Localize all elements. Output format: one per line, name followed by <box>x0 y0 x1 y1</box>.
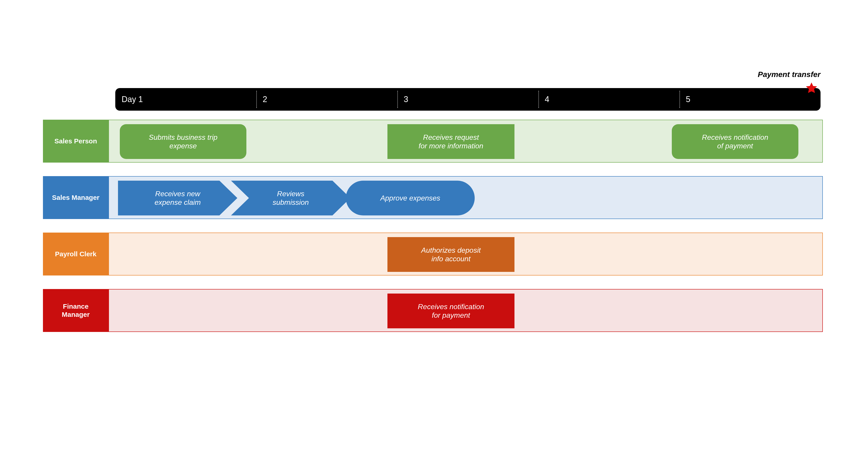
timeline-day-5: 5 <box>680 88 820 111</box>
lane-body: Submits business tripexpense Receives re… <box>108 120 823 163</box>
timeline-day-3: 3 <box>397 88 538 111</box>
task-authorize-deposit: Authorizes depositinfo account <box>388 237 515 272</box>
lane-sales-person: Sales Person Submits business tripexpens… <box>43 120 823 163</box>
task-receive-request: Receives requestfor more information <box>388 124 515 159</box>
task-submit-expense: Submits business tripexpense <box>120 124 246 159</box>
lane-body: Receives notificationfor payment <box>108 289 823 332</box>
star-icon <box>805 81 818 95</box>
lane-payroll-clerk: Payroll Clerk Authorizes depositinfo acc… <box>43 233 823 275</box>
lane-body: Receives newexpense claim Reviewssubmiss… <box>108 176 823 219</box>
lane-label: Sales Person <box>43 120 108 163</box>
task-receive-notify: Receives notificationfor payment <box>388 294 515 328</box>
timeline-day-4: 4 <box>538 88 680 111</box>
lane-label: Sales Manager <box>43 176 108 219</box>
task-reviews: Reviewssubmission <box>231 181 350 215</box>
timeline-day-1: Day 1 <box>115 88 256 111</box>
task-new-claim: Receives newexpense claim <box>118 181 237 215</box>
lane-body: Authorizes depositinfo account <box>108 233 823 275</box>
timeline-bar: Day 1 2 3 4 5 <box>115 88 820 111</box>
lane-label: FinanceManager <box>43 289 108 332</box>
milestone-label: Payment transfer <box>758 70 820 79</box>
timeline-day-2: 2 <box>256 88 397 111</box>
lane-sales-manager: Sales Manager Receives newexpense claim … <box>43 176 823 219</box>
task-approve: Approve expenses <box>346 181 475 215</box>
task-receive-payment: Receives notificationof payment <box>672 124 798 159</box>
lane-finance-manager: FinanceManager Receives notificationfor … <box>43 289 823 332</box>
lane-label: Payroll Clerk <box>43 233 108 275</box>
